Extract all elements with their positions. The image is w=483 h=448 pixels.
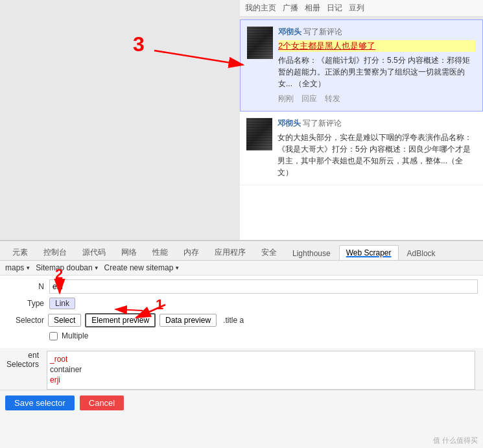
type-value: Link — [49, 298, 75, 309]
tab-console[interactable]: 控制台 — [36, 244, 74, 261]
cancel-button[interactable]: Cancel — [80, 395, 124, 410]
action-2: 写了新评论 — [303, 119, 342, 128]
annotation-3: 3 — [133, 32, 145, 56]
element-preview-button[interactable]: Element preview — [85, 313, 156, 327]
selector-erji[interactable]: erji — [50, 375, 472, 385]
nav-doulie[interactable]: 豆列 — [349, 3, 364, 14]
selectors-list: _root container erji — [47, 351, 475, 390]
feed-item-1: 邓彻头 写了新评论 2个女主都是黑人也是够了 作品名称：《超能计划》打分：5.5… — [240, 19, 483, 112]
avatar-2 — [246, 118, 272, 150]
multiple-label: Multiple — [62, 331, 88, 340]
parent-selectors-section: ent Selectors _root container erji — [0, 351, 483, 390]
tab-security[interactable]: 安全 — [254, 244, 284, 261]
tab-adblock[interactable]: AdBlock — [400, 246, 443, 261]
type-row: Type Link — [5, 298, 478, 309]
create-sitemap-dropdown[interactable]: Create new sitemap — [104, 263, 180, 272]
tab-application[interactable]: 应用程序 — [207, 244, 253, 261]
feed-container: 邓彻头 写了新评论 2个女主都是黑人也是够了 作品名称：《超能计划》打分：5.5… — [240, 19, 483, 240]
maps-dropdown[interactable]: maps — [5, 263, 30, 272]
tab-network[interactable]: 网络 — [114, 244, 144, 261]
devtools-panel: 元素 控制台 源代码 网络 性能 内存 应用程序 安全 Lighthouse W… — [0, 240, 483, 448]
name-row: N — [5, 279, 478, 294]
svg-line-1 — [154, 51, 243, 65]
content-area: 我的主页 广播 相册 日记 豆列 邓彻头 写了新评论 2个女主都是黑人也是够了 … — [0, 0, 483, 240]
selector-container[interactable]: container — [50, 364, 472, 375]
feed-header-2: 邓彻头 写了新评论 — [277, 118, 477, 129]
sitemap-dropdown[interactable]: Sitemap douban — [36, 263, 99, 272]
feed-body-2: 女的大姐头部分，实在是难以下咽的浮夸表演作品名称：《我是大哥大》打分：5分 内容… — [277, 132, 477, 178]
top-nav-bar: 我的主页 广播 相册 日记 豆列 — [240, 0, 483, 17]
name-input[interactable] — [49, 279, 478, 294]
multiple-checkbox[interactable] — [49, 332, 58, 340]
avatar-1 — [247, 27, 273, 59]
selector-row: Selector Select Element preview Data pre… — [5, 313, 478, 327]
feed-reply-1[interactable]: 回应 — [301, 93, 317, 104]
feed-share-1[interactable]: 转发 — [325, 93, 340, 104]
parent-selectors-label: ent Selectors — [5, 351, 44, 369]
scraper-toolbar: maps Sitemap douban Create new sitemap — [0, 261, 483, 276]
nav-broadcast[interactable]: 广播 — [283, 3, 298, 14]
tab-webscraper[interactable]: Web Scraper — [339, 245, 399, 261]
username-1[interactable]: 邓彻头 — [278, 27, 301, 36]
tab-lighthouse[interactable]: Lighthouse — [285, 246, 338, 261]
selector-value: .title a — [223, 316, 244, 325]
type-label: Type — [5, 299, 44, 308]
multiple-row: Multiple — [49, 331, 478, 340]
tab-sources[interactable]: 源代码 — [75, 244, 113, 261]
nav-album[interactable]: 相册 — [305, 3, 320, 14]
save-selector-button[interactable]: Save selector — [5, 395, 75, 410]
feed-content-1: 邓彻头 写了新评论 2个女主都是黑人也是够了 作品名称：《超能计划》打分：5.5… — [278, 27, 476, 104]
feed-actions-1: 刚刚 回应 转发 — [278, 93, 476, 104]
action-bar: Save selector Cancel — [0, 390, 483, 416]
selector-label: Selector — [5, 316, 44, 325]
feed-item-2: 邓彻头 写了新评论 女的大姐头部分，实在是难以下咽的浮夸表演作品名称：《我是大哥… — [240, 112, 483, 185]
feed-content-2: 邓彻头 写了新评论 女的大姐头部分，实在是难以下咽的浮夸表演作品名称：《我是大哥… — [277, 118, 477, 178]
feed-title-1[interactable]: 2个女主都是黑人也是够了 — [278, 40, 476, 52]
tab-memory[interactable]: 内存 — [176, 244, 206, 261]
feed-body-1: 作品名称：《超能计划》打分：5.5分 内容概述：邪得矩暂的超能力。正派的男主警察… — [278, 54, 476, 89]
feed-time-1: 刚刚 — [278, 93, 294, 104]
watermark: 值 什么值得买 — [433, 436, 478, 445]
name-label: N — [5, 282, 44, 291]
tab-elements[interactable]: 元素 — [5, 244, 35, 261]
tab-performance[interactable]: 性能 — [145, 244, 175, 261]
nav-diary[interactable]: 日记 — [327, 3, 342, 14]
action-1: 写了新评论 — [303, 27, 342, 36]
selector-root[interactable]: _root — [50, 354, 472, 364]
select-button[interactable]: Select — [48, 314, 81, 327]
nav-home[interactable]: 我的主页 — [245, 3, 276, 14]
scraper-content: N Type Link Selector Select Element prev… — [0, 276, 483, 348]
data-preview-button[interactable]: Data preview — [159, 314, 217, 327]
feed-header-1: 邓彻头 写了新评论 — [278, 27, 476, 38]
devtools-tabs: 元素 控制台 源代码 网络 性能 内存 应用程序 安全 Lighthouse W… — [0, 241, 483, 261]
username-2[interactable]: 邓彻头 — [277, 119, 301, 128]
svg-line-4 — [115, 309, 143, 311]
